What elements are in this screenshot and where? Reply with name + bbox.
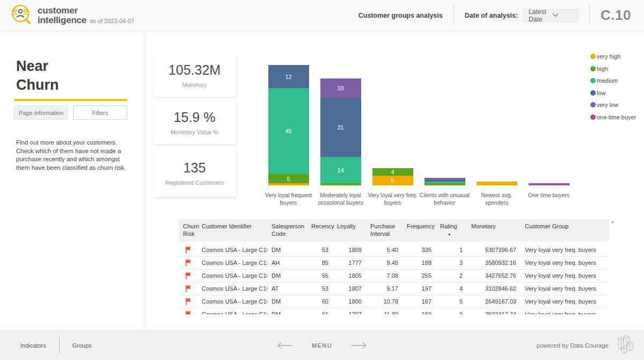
bar-segment-medium[interactable]: 45 (268, 88, 309, 174)
stacked-bar[interactable]: 143110 (320, 65, 361, 185)
table-row[interactable]: Cosmos USA - Large C1075DM60180010.78167… (179, 295, 609, 308)
tab-groups[interactable]: Groups (72, 342, 92, 349)
bar-segment-high[interactable] (320, 183, 361, 185)
legend-label: high (597, 66, 608, 72)
rating-cell: 5 (436, 295, 467, 308)
chart-bar-group: Clients with unusual behavior (419, 65, 471, 206)
brand-line2: intelligence (38, 16, 86, 25)
as-of-date: as of 2023-04-07 (90, 18, 134, 24)
column-header-label: Monetary (471, 223, 496, 229)
column-header-purchase-interval[interactable]: Purchase Interval (366, 219, 402, 242)
customer-group-cell: Very loyal very freq. buyers (521, 282, 609, 295)
legend-item[interactable]: low (590, 87, 636, 99)
stacked-bar[interactable]: 54512 (268, 65, 309, 185)
column-header-rating[interactable]: Rating▼ (436, 219, 467, 242)
recency-cell: 55 (307, 269, 333, 282)
recency-cell: 60 (307, 295, 333, 308)
header-divider (589, 5, 590, 26)
loyalty-cell: 1809 (333, 242, 366, 256)
bar-segment-medium[interactable]: 14 (320, 157, 361, 184)
salesperson-code-cell: DM (267, 242, 307, 256)
flag-icon (185, 272, 192, 279)
table-row[interactable]: Cosmos USA - Large C1099DM5318095.403351… (179, 242, 609, 256)
kpi-label: Monetary (182, 82, 207, 88)
app-footer: Indicators Groups MENU powered by Data C… (0, 330, 644, 360)
bar-segment-very-high[interactable] (268, 183, 309, 185)
legend-item[interactable]: one-time buyer (590, 111, 636, 124)
date-dropdown[interactable]: Latest Date (523, 9, 579, 22)
legend-dot-icon (590, 90, 596, 96)
flag-icon (185, 260, 192, 267)
bar-segment-very-high[interactable] (477, 182, 517, 185)
page-heading-line1: Near (16, 57, 58, 76)
bar-segment-very-low[interactable]: 10 (320, 78, 361, 98)
monetary-cell: 3427652.76 (467, 269, 521, 282)
salesperson-code-cell: AT (267, 282, 307, 295)
brand-text: customer intelligence as of 2023-04-07 (38, 6, 134, 25)
bar-segment-very-high[interactable]: 5 (372, 176, 413, 185)
chart-bar-group: One time buyers (523, 65, 575, 206)
stacked-bar[interactable] (425, 65, 465, 185)
page-navigation: MENU (276, 342, 368, 349)
table-row[interactable]: Cosmos USA - Large C1037DM61179711.30159… (179, 308, 609, 314)
customer-identifier-cell: Cosmos USA - Large C1086 (197, 282, 267, 295)
page-information-button[interactable]: Page information (14, 105, 68, 120)
column-header-label: Customer Group (525, 223, 568, 229)
column-header-monetary[interactable]: Monetary (467, 219, 521, 242)
filters-button[interactable]: Filters (73, 105, 127, 120)
brand-line1: customer (38, 6, 134, 15)
stacked-bar[interactable] (477, 65, 517, 185)
legend-item[interactable]: high (590, 63, 636, 75)
purchase-interval-cell: 7.08 (366, 269, 402, 282)
salesperson-code-cell: DM (267, 269, 307, 282)
monetary-cell: 5307396.67 (467, 242, 521, 256)
column-header-loyalty[interactable]: Loyalty (333, 219, 366, 242)
page-title: Customer groups analysis (358, 12, 443, 19)
legend-item[interactable]: very high (590, 51, 636, 63)
bar-segment-low[interactable]: 31 (320, 98, 361, 157)
kpi-value: 135 (184, 160, 206, 176)
column-header-frequency[interactable]: Frequency (402, 219, 436, 242)
loyalty-cell: 1807 (333, 282, 366, 295)
customer-group-cell: Very loyal very freq. buyers (521, 269, 609, 282)
bar-segment-one-time-buyer[interactable] (529, 183, 569, 185)
legend-dot-icon (590, 66, 596, 71)
table-body: Cosmos USA - Large C1099DM5318095.403351… (179, 242, 609, 314)
flag-icon (185, 311, 192, 314)
legend-item[interactable]: very low (590, 99, 636, 111)
column-header-label: Frequency (407, 223, 435, 229)
column-header-customer-group[interactable]: Customer Group (521, 219, 609, 242)
table-row[interactable]: Cosmos USA - Large C1086AT5318079.171974… (179, 282, 609, 295)
recency-cell: 61 (307, 308, 333, 314)
table-row[interactable]: Cosmos USA - Large C1145AH8517779.451883… (179, 256, 609, 269)
table-row[interactable]: Cosmos USA - Large C1083DM5518057.082552… (179, 269, 609, 282)
kpi-card-monetary: 105.32M Monetary (153, 54, 236, 97)
bar-segment-high[interactable]: 4 (372, 168, 413, 176)
bar-segment-low[interactable]: 12 (268, 65, 309, 88)
customer-group-cell: Very loyal very freq. buyers (521, 295, 609, 308)
column-header-label: Churn Risk (183, 223, 199, 237)
arrow-right-icon[interactable] (350, 342, 368, 349)
arrow-left-icon[interactable] (276, 342, 294, 349)
menu-label[interactable]: MENU (312, 342, 332, 349)
column-header-churn-risk[interactable]: Churn Risk (179, 219, 197, 242)
brand: customer intelligence as of 2023-04-07 (9, 2, 134, 29)
column-header-label: Loyalty (337, 223, 356, 229)
loyalty-cell: 1805 (333, 269, 366, 282)
stacked-bar[interactable]: 54 (372, 65, 413, 185)
column-header-salesperson-code[interactable]: Salesperson Code (267, 219, 307, 242)
legend-label: medium (597, 77, 618, 84)
date-dropdown-value: Latest Date (529, 8, 552, 23)
table-scrollbar[interactable] (611, 221, 614, 224)
bar-segment-high[interactable] (425, 183, 465, 185)
column-header-customer-identifier[interactable]: Customer Identifier (197, 219, 267, 242)
bar-segment-high[interactable]: 5 (268, 174, 309, 184)
column-header-recency[interactable]: Recency (307, 219, 333, 242)
customer-identifier-cell: Cosmos USA - Large C1037 (197, 308, 267, 314)
rating-cell: 4 (436, 282, 467, 295)
tab-indicators[interactable]: Indicators (20, 342, 46, 349)
category-label: Very loyal very freq. buyers (366, 192, 420, 206)
accent-rule (14, 99, 127, 101)
legend-item[interactable]: medium (590, 75, 636, 87)
stacked-bar[interactable] (529, 65, 569, 185)
